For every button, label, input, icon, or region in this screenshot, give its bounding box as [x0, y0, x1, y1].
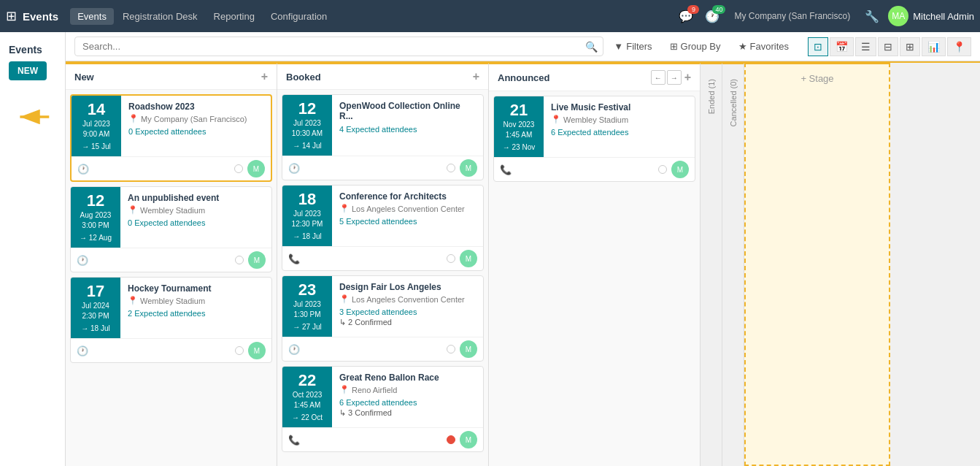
tools-icon[interactable]: 🔧 [862, 7, 882, 26]
card-month: Jul 20239:00 AM [82, 119, 110, 140]
pin-icon-3: 📍 [128, 296, 138, 305]
card-day: 14 [88, 102, 105, 118]
menu-reporting[interactable]: Reporting [207, 8, 262, 25]
chart-view-button[interactable]: 📊 [922, 37, 946, 56]
kanban-view-button[interactable]: ⊡ [808, 37, 828, 56]
clock-badge: 40 [712, 5, 725, 14]
card-hockey[interactable]: 17 Jul 20242:30 PM → 18 Jul Hockey Tourn… [70, 277, 272, 363]
pivot-view-button[interactable]: ⊞ [900, 37, 920, 56]
stage-booked-label: Booked [286, 72, 321, 83]
add-stage-label: + Stage [800, 73, 833, 84]
user-menu[interactable]: MA Mitchell Admin [888, 6, 974, 26]
stage-announced-header: Announced ← → + [489, 64, 700, 91]
stage-announced: Announced ← → + 21 Nov 20231:45 AM [489, 63, 701, 466]
card-title: Roadshow 2023 [128, 102, 263, 112]
stage-announced-label: Announced [498, 72, 550, 83]
card-body-unpublished: An unpublished event 📍 Wembley Stadium 0… [120, 187, 271, 248]
stage-ended-collapsed: Ended (1) [701, 63, 722, 466]
card-reno[interactable]: 22 Oct 20231:45 AM → 22 Oct Great Reno B… [282, 366, 484, 452]
stage-new-add[interactable]: + [261, 70, 268, 83]
sidebar-title: Events [9, 44, 56, 56]
card-footer-hockey: 🕐 M [71, 338, 271, 362]
list-view-button[interactable]: ☰ [855, 37, 876, 56]
card-date-unpublished: 12 Aug 20233:00 PM → 12 Aug [71, 187, 120, 248]
card-roadshow[interactable]: 14 Jul 20239:00 AM → 15 Jul Roadshow 202… [70, 94, 272, 182]
app-brand: Events [23, 10, 58, 23]
topnav-icons: 💬 9 🕐 40 My Company (San Francisco) 🔧 MA… [676, 6, 974, 26]
searchbar: 🔍 ▼ Filters ⊞ Group By ★ Favorites ⊡ 📅 [66, 32, 980, 61]
add-stage-button[interactable]: + Stage [744, 63, 890, 466]
card-architects[interactable]: 18 Jul 202312:30 PM → 18 Jul Conference … [282, 185, 484, 271]
pin-icon: 📍 [128, 114, 139, 123]
message-badge: 9 [687, 5, 699, 14]
stage-new-label: New [74, 72, 94, 83]
menu-configuration[interactable]: Configuration [263, 8, 334, 25]
card-date-roadshow: 14 Jul 20239:00 AM → 15 Jul [72, 96, 121, 156]
view-switcher: ⊡ 📅 ☰ ⊟ ⊞ 📊 📍 [808, 37, 971, 56]
sidebar: Events NEW [0, 32, 66, 466]
toolbar: ▼ Filters ⊞ Group By ★ Favorites ⊡ 📅 ☰ ⊟… [609, 37, 971, 56]
stage-new: New + 14 Jul 20239:00 AM → 15 Jul [66, 63, 277, 466]
search-wrapper: 🔍 [74, 37, 603, 56]
card-end: → 15 Jul [82, 142, 110, 150]
card-avatar: M [247, 160, 265, 177]
card-body-roadshow: Roadshow 2023 📍 My Company (San Francisc… [121, 96, 271, 156]
card-unpublished[interactable]: 12 Aug 20233:00 PM → 12 Aug An unpublish… [70, 186, 272, 272]
menu-events[interactable]: Events [70, 8, 114, 25]
stage-booked-cards: 12 Jul 202310:30 AM → 14 Jul OpenWood Co… [277, 90, 488, 466]
stage-cancelled-label: Cancelled (0) [726, 73, 741, 132]
card-footer-roadshow: 🕐 M [72, 156, 271, 180]
discuss-icon[interactable]: 💬 9 [676, 7, 696, 26]
map-view-button[interactable]: 📍 [947, 37, 971, 56]
fold-buttons: ← → [651, 70, 682, 85]
phone-icon: 📞 [288, 253, 300, 264]
apps-menu-icon[interactable]: ⊞ [6, 8, 17, 24]
top-navigation: ⊞ Events Events Registration Desk Report… [0, 0, 980, 32]
card-body-hockey: Hockey Tournament 📍 Wembley Stadium 2 Ex… [120, 278, 271, 338]
menu-registration-desk[interactable]: Registration Desk [115, 8, 205, 25]
card-status-dot [234, 164, 243, 173]
new-button[interactable]: NEW [9, 61, 47, 80]
card-location: 📍 My Company (San Francisco) [128, 114, 263, 123]
star-icon: ★ [738, 41, 747, 52]
stage-new-cards: 14 Jul 20239:00 AM → 15 Jul Roadshow 202… [66, 90, 277, 466]
stage-new-header: New + [66, 64, 277, 90]
stage-announced-add[interactable]: + [684, 71, 691, 84]
stage-booked-header: Booked + [277, 64, 488, 90]
arrow-icon [12, 95, 53, 139]
fold-right-btn[interactable]: → [667, 70, 682, 85]
stage-booked-add[interactable]: + [473, 70, 479, 83]
search-input[interactable] [74, 37, 603, 56]
groupby-icon: ⊞ [670, 41, 678, 52]
clock-icon[interactable]: 🕐 40 [702, 7, 722, 26]
user-avatar: MA [888, 6, 908, 26]
fold-left-btn[interactable]: ← [651, 70, 665, 85]
username: Mitchell Admin [913, 11, 974, 22]
card-footer-unpublished: 🕐 M [71, 248, 271, 272]
pin-icon-2: 📍 [128, 205, 138, 215]
favorites-button[interactable]: ★ Favorites [734, 38, 793, 55]
search-icon: 🔍 [585, 41, 598, 53]
kanban-board: New + 14 Jul 20239:00 AM → 15 Jul [66, 61, 980, 466]
card-design-fair[interactable]: 23 Jul 20231:30 PM → 27 Jul Design Fair … [282, 275, 484, 362]
company-name: My Company (San Francisco) [734, 11, 850, 21]
card-date-hockey: 17 Jul 20242:30 PM → 18 Jul [71, 278, 120, 338]
arrow-hint [0, 83, 65, 150]
stage-announced-cards: 21 Nov 20231:45 AM → 23 Nov Live Music F… [489, 91, 700, 466]
filters-button[interactable]: ▼ Filters [609, 38, 656, 55]
calendar-view-button[interactable]: 📅 [830, 37, 854, 56]
stage-booked: Booked + 12 Jul 202310:30 AM → 14 Jul [277, 63, 489, 466]
activity-view-button[interactable]: ⊟ [878, 37, 898, 56]
card-live-music[interactable]: 21 Nov 20231:45 AM → 23 Nov Live Music F… [493, 96, 695, 182]
card-attendees: 0 Expected attendees [128, 127, 263, 136]
stage-cancelled-collapsed: Cancelled (0) [722, 63, 744, 466]
groupby-button[interactable]: ⊞ Group By [665, 38, 725, 55]
card-openwood[interactable]: 12 Jul 202310:30 AM → 14 Jul OpenWood Co… [282, 94, 484, 180]
top-menu: Events Registration Desk Reporting Confi… [70, 8, 334, 25]
clock-footer-icon: 🕐 [77, 164, 89, 175]
stage-ended-label: Ended (1) [704, 73, 719, 120]
filter-icon: ▼ [614, 41, 623, 52]
main-content: 🔍 ▼ Filters ⊞ Group By ★ Favorites ⊡ 📅 [66, 32, 980, 466]
